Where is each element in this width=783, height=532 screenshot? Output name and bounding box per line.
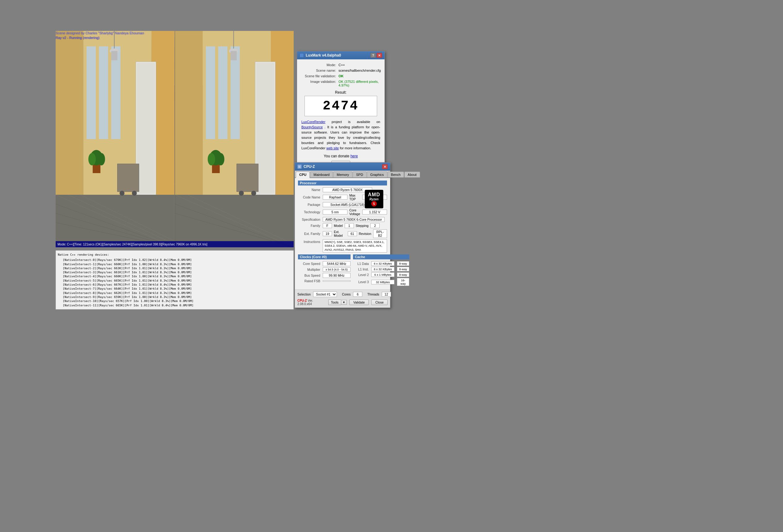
cpuz-spec-value: AMD Ryzen 5 7600X 6-Core Processor — [323, 217, 384, 222]
log-line: [NativeIntersect-5][Rays/sec 665K][Prf I… — [58, 279, 291, 283]
tab-memory[interactable]: Memory — [333, 171, 352, 178]
tab-spd[interactable]: SPD — [353, 171, 367, 178]
luxmark-scene-row: Scene name: scenes/hallbench/render.cfg — [302, 69, 380, 72]
tab-cpu[interactable]: CPU — [296, 171, 310, 178]
log-line: [NativeIntersect-1][Rays/sec 660K][Prf I… — [58, 262, 291, 266]
luxmark-donate: You can donate here — [302, 154, 380, 158]
render-left-half — [56, 31, 175, 247]
cpuz-processor-block: AMD Ryzen 5 Name AMD Ryzen 5 7600X Code … — [298, 187, 387, 216]
luxcorender-link[interactable]: LuxCoreRender — [302, 120, 325, 124]
cpuz-family-value: F — [323, 223, 332, 228]
luxmark-icon — [300, 53, 304, 58]
log-line: [NativeIntersect-7][Rays/sec 664K][Prf I… — [58, 287, 291, 290]
cpuz-brand: CPU-Z — [297, 299, 307, 302]
luxmark-body: Mode: C++ Scene name: scenes/hallbench/r… — [297, 59, 384, 172]
svg-rect-7 — [87, 46, 96, 139]
cpuz-validate-button[interactable]: Validate — [349, 300, 369, 305]
cpuz-title: CPU-Z — [304, 164, 382, 169]
luxmark-result-section: Result: 2474 — [302, 90, 380, 116]
tab-mainboard[interactable]: Mainboard — [310, 171, 333, 178]
cpuz-l2-row: Level 2 6 x 1 MBytes 8-way — [353, 272, 409, 277]
log-line: [NativeIntersect-11][Rays/sec 665K][Prf … — [58, 303, 291, 307]
luxmark-imageval-row: Image validation: OK (37521 different pi… — [302, 80, 380, 87]
cpuz-close-button[interactable]: ✕ — [382, 164, 388, 169]
svg-rect-32 — [256, 63, 274, 194]
cpuz-extfamily-value: 19 — [323, 231, 332, 236]
tab-about[interactable]: About — [404, 171, 420, 178]
log-line: [NativeIntersect-3][Rays/sec 661K][Prf I… — [58, 270, 291, 274]
cpuz-l2-label: Level 2 — [353, 273, 370, 277]
cpuz-codename-label: Code Name — [298, 195, 323, 199]
cpuz-family-row: Family F Model 1 Stepping 2 — [298, 223, 387, 228]
cpuz-model-label: Model — [332, 224, 345, 227]
cpuz-ratedfb-value — [323, 280, 350, 282]
luxmark-result-label: Result: — [302, 90, 380, 95]
cpuz-family-label: Family — [298, 224, 323, 227]
luxmark-help-button[interactable]: ? — [370, 53, 376, 58]
cpuz-l3-assoc: 16-way — [397, 278, 409, 286]
cpuz-model-value: 1 — [345, 223, 354, 228]
cpuz-tools-button[interactable]: Tools — [328, 300, 341, 305]
cpuz-l1data-label: L1 Data — [353, 262, 370, 265]
luxmark-imageval-label: Image validation: — [302, 80, 339, 84]
luxmark-close-button[interactable]: ✕ — [377, 53, 382, 58]
cpuz-selection-row: Selection Socket #1 Cores 6 Threads 12 — [297, 291, 388, 297]
cpuz-extfamily-label: Ext. Family — [298, 232, 323, 236]
cpuz-voltage-value: 1.152 V — [362, 210, 387, 215]
svg-rect-34 — [218, 46, 227, 139]
cpuz-tabs: CPU Mainboard Memory SPD Graphics Bench … — [295, 170, 390, 178]
donate-link[interactable]: here — [350, 154, 358, 158]
cpuz-dialog: C CPU-Z ✕ CPU Mainboard Memory SPD Graph… — [294, 162, 390, 308]
log-lines: [NativeIntersect-0][Rays/sec 670K][Prf I… — [58, 258, 291, 307]
cpuz-close-bottom-button[interactable]: Close — [371, 300, 388, 305]
bountysource-link[interactable]: BountySource — [302, 125, 323, 129]
svg-point-42 — [239, 191, 244, 196]
website-link[interactable]: web site — [326, 146, 339, 150]
cpuz-maxtdp-label: Max TDP — [347, 193, 362, 201]
luxmark-result-box: 2474 — [305, 96, 377, 116]
cpuz-codename-value: Raphael — [323, 195, 347, 200]
luxmark-description: LuxCoreRender project is available on Bo… — [302, 119, 380, 151]
cpuz-l3-row: Level 3 32 MBytes 16-way — [353, 278, 409, 286]
tab-graphics[interactable]: Graphics — [367, 171, 387, 178]
cpuz-tech-value: 5 nm — [323, 210, 347, 215]
cpuz-l1inst-row: L1 Inst. 6 x 32 KBytes 8-way — [353, 267, 409, 272]
luxmark-scenevalid-row: Scene file validation: OK — [302, 74, 380, 78]
cpuz-corespeed-label: Core Speed — [298, 262, 323, 265]
cpuz-l1data-assoc: 8-way — [397, 261, 409, 266]
render-area: Mode: C++][Time: 121secs (OK)][Samples/s… — [56, 31, 294, 247]
cpuz-instructions-value: MMX(+), SSE, SSE2, SSE3, SSSE3, SSE4.1, … — [323, 239, 387, 253]
cpuz-l2-value: 6 x 1 MBytes — [371, 272, 395, 277]
cpuz-l1inst-assoc: 8-way — [397, 267, 409, 272]
log-line: [NativeIntersect-4][Rays/sec 660K][Prf I… — [58, 274, 291, 278]
log-area: Native C++ rendering devices: [NativeInt… — [56, 250, 294, 309]
svg-point-22 — [88, 153, 96, 165]
luxmark-scenevalid-label: Scene file validation: — [302, 74, 339, 78]
cpuz-busspeed-label: Bus Speed — [298, 274, 323, 277]
svg-rect-41 — [237, 164, 258, 192]
cpuz-bottom: Selection Socket #1 Cores 6 Threads 12 C… — [295, 289, 390, 308]
tab-bench[interactable]: Bench — [388, 171, 404, 178]
cpuz-cores-label: Cores — [342, 292, 350, 296]
cpuz-stepping-label: Stepping — [354, 224, 370, 227]
render-image: Mode: C++][Time: 121secs (OK)][Samples/s… — [56, 31, 294, 247]
render-right-half — [175, 31, 294, 247]
luxmark-imageval-value: OK (37521 different pixels, 4.97%) — [339, 80, 380, 87]
render-status-bar: Mode: C++][Time: 121secs (OK)][Samples/s… — [56, 241, 294, 247]
cpuz-extmodel-label: Ext. Model — [332, 230, 348, 238]
cpuz-selection-select[interactable]: Socket #1 — [313, 291, 337, 297]
log-line: [NativeIntersect-6][Rays/sec 667K][Prf I… — [58, 283, 291, 287]
luxmark-scenevalid-value: OK — [339, 74, 344, 78]
cpuz-tools-arrow[interactable]: ▼ — [341, 300, 347, 305]
svg-rect-6 — [137, 63, 155, 194]
cpuz-extmodel-value: 61 — [348, 231, 357, 236]
svg-rect-33 — [206, 46, 215, 139]
cpuz-instructions-row: Instructions MMX(+), SSE, SSE2, SSE3, SS… — [298, 239, 387, 253]
svg-rect-8 — [99, 46, 108, 139]
luxmark-title: LuxMark v4.0alpha0 — [306, 53, 370, 58]
render-scene — [56, 31, 294, 247]
log-line: [NativeIntersect-10][Rays/sec 657K][Prf … — [58, 299, 291, 303]
luxmark-scene-value: scenes/hallbench/render.cfg — [339, 69, 381, 72]
cpuz-spec-label: Specification — [298, 218, 323, 221]
cpuz-multiplier-row: Multiplier x 54.5 (4.0 - 54.5) — [298, 268, 350, 272]
